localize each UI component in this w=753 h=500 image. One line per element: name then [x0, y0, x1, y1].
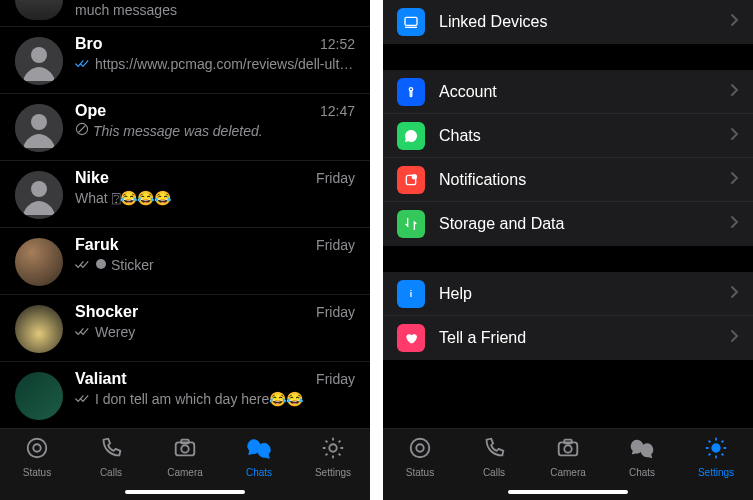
calls-icon — [481, 435, 507, 465]
settings-label: Tell a Friend — [439, 329, 730, 347]
tab-bar: StatusCallsCameraChatsSettings — [383, 428, 753, 500]
chat-message-row: https://www.pcmag.com/reviews/dell-ultra… — [75, 55, 355, 74]
chevron-right-icon — [730, 171, 739, 189]
chat-list[interactable]: much messages Bro12:52https://www.pcmag.… — [0, 0, 370, 428]
phone-settings: Linked DevicesAccountChatsNotificationsS… — [383, 0, 753, 500]
settings-row-linked[interactable]: Linked Devices — [383, 0, 753, 44]
notif-icon — [397, 166, 425, 194]
chats-icon — [246, 435, 272, 465]
chevron-right-icon — [730, 215, 739, 233]
settings-label: Chats — [439, 127, 730, 145]
svg-point-14 — [329, 444, 336, 451]
chat-row[interactable]: Bro12:52https://www.pcmag.com/reviews/de… — [0, 27, 370, 94]
status-icon — [407, 435, 433, 465]
chat-name: Shocker — [75, 303, 138, 321]
tab-camera[interactable]: Camera — [148, 435, 222, 478]
settings-icon — [320, 435, 346, 465]
read-ticks-icon — [75, 393, 91, 405]
avatar — [15, 305, 63, 353]
tab-calls[interactable]: Calls — [74, 435, 148, 478]
chat-message-row: Werey — [75, 323, 355, 342]
chat-row[interactable]: FarukFridaySticker — [0, 228, 370, 295]
settings-list[interactable]: Linked DevicesAccountChatsNotificationsS… — [383, 0, 753, 428]
tab-label: Status — [406, 467, 434, 478]
settings-row-account[interactable]: Account — [383, 70, 753, 114]
svg-point-20 — [412, 174, 416, 178]
svg-point-23 — [411, 439, 430, 458]
tab-chats[interactable]: Chats — [605, 435, 679, 478]
svg-point-26 — [564, 445, 571, 452]
chat-message-row: Sticker — [75, 256, 355, 275]
avatar — [15, 238, 63, 286]
camera-icon — [172, 435, 198, 465]
tell-icon — [397, 324, 425, 352]
settings-group: Linked Devices — [383, 0, 753, 44]
chat-name: Ope — [75, 102, 106, 120]
chat-time: Friday — [316, 371, 355, 387]
tab-calls[interactable]: Calls — [457, 435, 531, 478]
chat-message: This message was deleted. — [93, 122, 263, 141]
settings-row-storage[interactable]: Storage and Data — [383, 202, 753, 246]
chevron-right-icon — [730, 329, 739, 347]
linked-icon — [397, 8, 425, 36]
chat-message: much messages — [75, 1, 177, 20]
svg-point-10 — [33, 444, 40, 451]
chat-message: Sticker — [111, 256, 154, 275]
svg-point-7 — [31, 181, 47, 197]
settings-row-help[interactable]: iHelp — [383, 272, 753, 316]
tab-bar: StatusCallsCameraChatsSettings — [0, 428, 370, 500]
home-indicator — [125, 490, 245, 494]
avatar — [15, 0, 63, 20]
chat-message-row: I don tell am which day here😂😂 — [75, 390, 355, 409]
chat-time: 12:47 — [320, 103, 355, 119]
chat-name: Nike — [75, 169, 109, 187]
tab-label: Calls — [483, 467, 505, 478]
settings-row-chats[interactable]: Chats — [383, 114, 753, 158]
tab-settings[interactable]: Settings — [679, 435, 753, 478]
settings-row-notif[interactable]: Notifications — [383, 158, 753, 202]
chat-message: What ⍰😂😂😂 — [75, 189, 171, 208]
chat-name: Valiant — [75, 370, 127, 388]
tab-chats[interactable]: Chats — [222, 435, 296, 478]
read-ticks-icon — [75, 58, 91, 70]
tab-settings[interactable]: Settings — [296, 435, 370, 478]
chat-message: Werey — [95, 323, 135, 342]
sticker-icon — [95, 256, 107, 275]
chevron-right-icon — [730, 13, 739, 31]
chat-message: https://www.pcmag.com/reviews/dell-ultra… — [95, 55, 355, 74]
settings-row-tell[interactable]: Tell a Friend — [383, 316, 753, 360]
tab-label: Camera — [550, 467, 586, 478]
svg-point-8 — [96, 259, 106, 269]
tab-label: Chats — [629, 467, 655, 478]
svg-rect-15 — [405, 17, 417, 25]
chevron-right-icon — [730, 285, 739, 303]
chat-time: Friday — [316, 237, 355, 253]
tab-label: Chats — [246, 467, 272, 478]
tab-status[interactable]: Status — [383, 435, 457, 478]
chat-time: Friday — [316, 170, 355, 186]
avatar — [15, 372, 63, 420]
settings-group: iHelpTell a Friend — [383, 272, 753, 360]
chat-row[interactable]: Ope12:47This message was deleted. — [0, 94, 370, 161]
chat-row[interactable]: NikeFridayWhat ⍰😂😂😂 — [0, 161, 370, 228]
camera-icon — [555, 435, 581, 465]
settings-label: Linked Devices — [439, 13, 730, 31]
tab-status[interactable]: Status — [0, 435, 74, 478]
svg-point-9 — [28, 439, 47, 458]
storage-icon — [397, 210, 425, 238]
chat-row[interactable]: ValiantFridayI don tell am which day her… — [0, 362, 370, 428]
chat-row[interactable]: ShockerFridayWerey — [0, 295, 370, 362]
tab-camera[interactable]: Camera — [531, 435, 605, 478]
calls-icon — [98, 435, 124, 465]
settings-icon — [703, 435, 729, 465]
svg-point-28 — [712, 444, 719, 451]
tab-label: Calls — [100, 467, 122, 478]
read-ticks-icon — [75, 326, 91, 338]
svg-point-24 — [416, 444, 423, 451]
chat-row-partial[interactable]: much messages — [0, 0, 370, 27]
chat-message-row: What ⍰😂😂😂 — [75, 189, 355, 208]
svg-point-3 — [31, 114, 47, 130]
help-icon: i — [397, 280, 425, 308]
tab-label: Settings — [315, 467, 351, 478]
avatar — [15, 171, 63, 219]
